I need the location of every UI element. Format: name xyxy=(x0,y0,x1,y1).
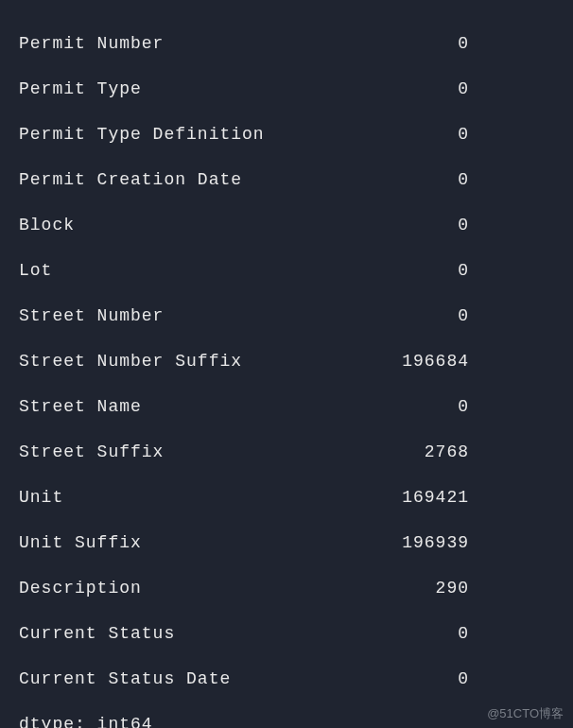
row-label: Current Status xyxy=(19,611,175,656)
data-row: Unit Suffix 196939 xyxy=(19,520,554,565)
dtype-line: dtype: int64 xyxy=(19,702,554,728)
row-value: 0 xyxy=(142,66,554,112)
data-row: Permit Number 0 xyxy=(19,21,554,66)
data-row: Street Number 0 xyxy=(19,293,554,338)
row-value: 0 xyxy=(52,248,554,293)
row-value: 0 xyxy=(164,293,554,338)
row-label: Current Status Date xyxy=(19,656,231,702)
row-value: 0 xyxy=(142,384,554,429)
watermark-text: @51CTO博客 xyxy=(487,705,564,722)
data-row: Description 290 xyxy=(19,565,554,611)
row-value: 169421 xyxy=(63,475,554,520)
row-value: 0 xyxy=(265,112,554,157)
data-row: Permit Creation Date 0 xyxy=(19,157,554,202)
row-label: Permit Type Definition xyxy=(19,112,265,157)
series-output: Permit Number 0 Permit Type 0 Permit Typ… xyxy=(19,21,554,728)
row-value: 290 xyxy=(142,565,554,611)
data-row: Unit 169421 xyxy=(19,475,554,520)
row-value: 0 xyxy=(75,202,554,248)
data-row: Permit Type Definition 0 xyxy=(19,112,554,157)
data-row: Permit Type 0 xyxy=(19,66,554,112)
data-row: Street Suffix 2768 xyxy=(19,429,554,475)
row-label: Permit Creation Date xyxy=(19,157,242,202)
row-value: 196684 xyxy=(242,338,554,384)
data-row: Current Status 0 xyxy=(19,611,554,656)
row-label: Street Number Suffix xyxy=(19,338,242,384)
row-label: Unit Suffix xyxy=(19,520,142,565)
row-label: Street Suffix xyxy=(19,429,164,475)
row-label: Permit Number xyxy=(19,21,164,66)
row-label: Street Number xyxy=(19,293,164,338)
data-row: Current Status Date 0 xyxy=(19,656,554,702)
row-label: Lot xyxy=(19,248,52,293)
data-row: Lot 0 xyxy=(19,248,554,293)
row-label: Street Name xyxy=(19,384,142,429)
row-value: 2768 xyxy=(164,429,554,475)
data-row: Block 0 xyxy=(19,202,554,248)
data-row: Street Number Suffix 196684 xyxy=(19,338,554,384)
row-label: Block xyxy=(19,202,75,248)
row-label: Unit xyxy=(19,475,63,520)
row-value: 0 xyxy=(242,157,554,202)
data-row: Street Name 0 xyxy=(19,384,554,429)
row-value: 0 xyxy=(175,611,554,656)
row-value: 196939 xyxy=(142,520,554,565)
row-label: Permit Type xyxy=(19,66,142,112)
row-value: 0 xyxy=(231,656,554,702)
row-label: Description xyxy=(19,565,142,611)
row-value: 0 xyxy=(164,21,554,66)
